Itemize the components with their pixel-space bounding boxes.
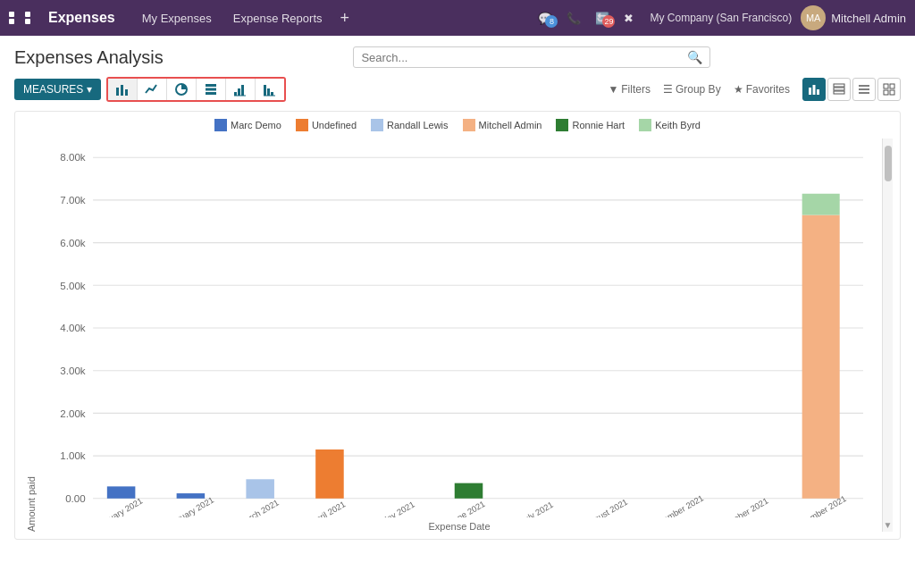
page-title: Expenses Analysis <box>14 47 164 68</box>
svg-rect-24 <box>884 84 888 88</box>
grid-view-button[interactable] <box>877 78 901 101</box>
bar-chart-button[interactable] <box>108 79 138 100</box>
scrollbar[interactable]: ▼ <box>882 139 893 532</box>
view-type-group <box>802 78 901 101</box>
search-input[interactable] <box>361 51 687 64</box>
svg-rect-29 <box>296 119 308 131</box>
svg-rect-7 <box>234 92 237 96</box>
toolbar-right: ▼ Filters ☰ Group By ★ Favorites <box>608 78 901 101</box>
svg-text:April 2021: April 2021 <box>309 499 347 517</box>
search-submit-button[interactable]: 🔍 <box>687 50 702 64</box>
legend-undefined: Undefined <box>296 119 357 131</box>
chart-legend: Marc Demo Undefined Randall Lewis Mitche… <box>22 119 893 131</box>
bar-nov-mitchell <box>802 215 840 499</box>
svg-rect-26 <box>884 90 888 95</box>
svg-rect-31 <box>463 119 475 131</box>
nav-expense-reports[interactable]: Expense Reports <box>222 0 333 36</box>
svg-text:1.00k: 1.00k <box>60 449 85 461</box>
table-view-button[interactable] <box>827 78 851 101</box>
bar-mar-randall <box>246 479 274 499</box>
svg-rect-4 <box>206 84 216 87</box>
groupby-label: Group By <box>676 83 721 96</box>
svg-text:March 2021: March 2021 <box>237 497 281 517</box>
refresh-badge: 29 <box>602 15 615 28</box>
header-row: Expenses Analysis 🔍 <box>14 46 901 68</box>
svg-rect-17 <box>817 89 819 95</box>
toolbar: MEASURES ▾ ▼ <box>14 77 901 102</box>
topnav: Expenses My Expenses Expense Reports + 💬… <box>0 0 915 36</box>
svg-rect-0 <box>116 88 119 96</box>
svg-text:August 2021: August 2021 <box>583 497 629 517</box>
list-view-button[interactable] <box>852 78 876 101</box>
svg-text:8.00k: 8.00k <box>60 151 85 163</box>
svg-text:6.00k: 6.00k <box>60 237 85 248</box>
svg-rect-1 <box>121 85 123 96</box>
close-icon-btn[interactable]: ✖ <box>617 12 641 25</box>
svg-text:5.00k: 5.00k <box>60 279 85 290</box>
company-name: My Company (San Francisco) <box>641 12 801 24</box>
chart-svg: 8.00k 7.00k 6.00k 5.00k 4.00k 3.00k 2.00… <box>37 139 882 517</box>
filters-button[interactable]: ▼ Filters <box>608 83 651 96</box>
legend-marc-demo: Marc Demo <box>214 119 281 131</box>
svg-text:4.00k: 4.00k <box>60 322 85 333</box>
svg-rect-9 <box>241 85 244 96</box>
bar-view-button[interactable] <box>802 78 826 101</box>
stack-button[interactable] <box>197 79 226 100</box>
svg-rect-2 <box>125 89 128 96</box>
line-chart-button[interactable] <box>138 79 167 100</box>
measures-button[interactable]: MEASURES ▾ <box>14 79 101 100</box>
svg-rect-15 <box>809 88 811 95</box>
refresh-icon-btn[interactable]: 🔄 29 <box>588 12 617 25</box>
svg-rect-12 <box>267 88 270 96</box>
measures-label: MEASURES <box>23 83 83 96</box>
svg-text:2.00k: 2.00k <box>60 407 85 419</box>
svg-text:September 2021: September 2021 <box>646 492 705 517</box>
nav-my-expenses[interactable]: My Expenses <box>131 0 222 36</box>
scrollbar-thumb[interactable] <box>885 146 892 181</box>
legend-randall-lewis: Randall Lewis <box>371 119 448 131</box>
scroll-down-btn[interactable]: ▼ <box>882 518 894 532</box>
groupby-button[interactable]: ☰ Group By <box>663 83 721 96</box>
chat-icon-btn[interactable]: 💬 8 <box>531 12 559 25</box>
descending-button[interactable] <box>256 79 284 100</box>
legend-ronnie-hart-label: Ronnie Hart <box>572 120 625 130</box>
svg-rect-18 <box>834 84 844 87</box>
legend-keith-byrd: Keith Byrd <box>639 119 701 131</box>
legend-mitchell-admin-label: Mitchell Admin <box>479 120 542 130</box>
svg-text:July 2021: July 2021 <box>518 500 555 517</box>
groupby-icon: ☰ <box>663 83 673 96</box>
favorites-button[interactable]: ★ Favorites <box>734 83 790 96</box>
svg-text:May 2021: May 2021 <box>379 500 416 517</box>
favorites-label: Favorites <box>746 83 790 96</box>
svg-rect-19 <box>834 88 844 90</box>
x-axis-label: Expense Date <box>37 517 882 532</box>
avatar: MA <box>801 5 826 30</box>
search-box: 🔍 <box>353 46 710 68</box>
ascending-button[interactable] <box>226 79 256 100</box>
chat-badge: 8 <box>545 15 558 28</box>
legend-undefined-label: Undefined <box>312 120 357 130</box>
svg-text:3.00k: 3.00k <box>60 365 85 376</box>
bar-apr-undefined <box>315 449 344 499</box>
legend-keith-byrd-label: Keith Byrd <box>655 120 701 130</box>
brand-title: Expenses <box>48 10 115 26</box>
svg-rect-28 <box>214 119 227 131</box>
username-label: Mitchell Admin <box>831 12 906 25</box>
measures-chevron-icon: ▾ <box>87 83 92 96</box>
filter-icon: ▼ <box>608 83 618 96</box>
favorites-icon: ★ <box>734 83 743 96</box>
svg-rect-13 <box>271 92 273 96</box>
app-grid-icon[interactable] <box>9 12 39 24</box>
svg-text:0.00: 0.00 <box>65 492 86 504</box>
svg-rect-6 <box>206 92 216 95</box>
svg-text:7.00k: 7.00k <box>60 194 85 206</box>
phone-icon-btn[interactable]: 📞 <box>559 12 588 25</box>
svg-rect-20 <box>834 91 844 94</box>
chart-type-group <box>106 77 286 102</box>
page-content: Expenses Analysis 🔍 MEASURES ▾ <box>0 36 915 550</box>
bar-feb-marc <box>177 493 206 499</box>
chart-area: Marc Demo Undefined Randall Lewis Mitche… <box>14 111 901 540</box>
pie-chart-button[interactable] <box>167 79 197 100</box>
nav-add-button[interactable]: + <box>333 9 357 28</box>
svg-rect-16 <box>813 85 816 95</box>
